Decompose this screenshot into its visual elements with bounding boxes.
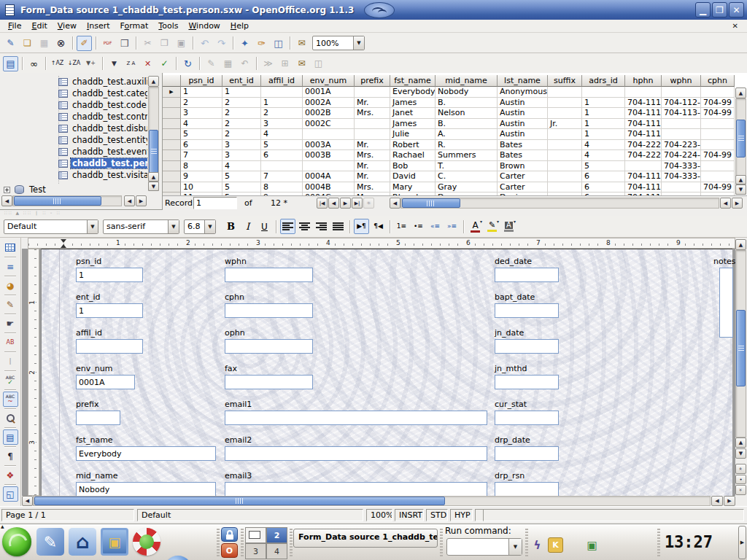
background-color-button[interactable]: A▾ (501, 219, 516, 234)
close-document-icon[interactable]: ✕ (727, 22, 744, 30)
ltr-button[interactable]: ▶¶ (354, 219, 369, 234)
table-cell[interactable] (548, 161, 582, 172)
plug-icon[interactable]: ϟ (530, 537, 545, 553)
taskbar-window-button[interactable]: Form_Data source 1_chaddb_te (293, 529, 438, 548)
menu-window[interactable]: Window (183, 20, 225, 31)
table-cell[interactable] (261, 161, 303, 172)
table-cell[interactable]: James (390, 98, 436, 109)
explorer-toggle-button[interactable]: ▤ (3, 56, 18, 71)
next-record-button[interactable]: ▶ (340, 198, 351, 209)
table-cell[interactable]: Mrs. (355, 150, 390, 161)
row-header[interactable] (163, 129, 181, 140)
fst_name-input[interactable] (76, 446, 216, 461)
draw-functions-button[interactable]: ✎ (3, 297, 18, 312)
menu-help[interactable]: Help (225, 20, 254, 31)
tree-item-chaddb-test-person[interactable]: chaddb_test.person (0, 158, 147, 169)
row-header[interactable] (163, 108, 181, 119)
align-right-button[interactable] (314, 219, 329, 234)
record-hscroll-left-button[interactable]: ◀ (390, 198, 400, 209)
record-number-input[interactable] (193, 197, 237, 209)
table-cell[interactable]: 5 (582, 161, 625, 172)
table-corner-header[interactable] (163, 75, 181, 87)
table-cell[interactable]: 2 (222, 119, 261, 130)
expand-icon[interactable] (4, 187, 10, 193)
table-cell[interactable]: 0002C (303, 119, 355, 130)
table-cell[interactable]: 10 (181, 182, 222, 193)
table-cell[interactable]: 704-333-0 (662, 161, 701, 172)
autotext-button[interactable]: AB (3, 335, 18, 350)
table-cell[interactable] (355, 119, 390, 130)
print-button[interactable]: ❒ (117, 36, 132, 51)
font-color-button[interactable]: A▾ (468, 219, 483, 234)
tree-item-chaddb-test-auxiliary[interactable]: chaddb_test.auxiliary (0, 76, 147, 88)
table-cell[interactable]: Bob (390, 161, 436, 172)
sort-descending-button[interactable]: ↓ZA (66, 56, 82, 71)
insert-table-button[interactable] (3, 240, 18, 255)
table-cell[interactable]: 5 (222, 182, 261, 193)
sort-button[interactable]: Z A (123, 56, 139, 71)
table-cell[interactable]: Everybody (390, 87, 436, 98)
highlight-button[interactable]: ✎▾ (484, 219, 500, 234)
find-replace-button[interactable] (3, 411, 18, 426)
menu-edit[interactable]: Edit (26, 20, 52, 31)
table-cell[interactable] (582, 87, 625, 98)
record-hscroll-left2-button[interactable]: ◀ (720, 198, 731, 209)
stylist-button[interactable]: ✑ (254, 36, 269, 51)
table-cell[interactable]: 1 (582, 119, 625, 130)
record-hscrollbar-thumb[interactable] (402, 198, 460, 208)
table-cell[interactable]: 3 (181, 108, 222, 119)
table-cell[interactable]: Austin (498, 108, 548, 119)
table-cell[interactable]: R. (436, 140, 498, 151)
insert-fields-button[interactable]: ≡ (3, 259, 18, 274)
column-header-suffix[interactable]: suffix (548, 75, 582, 87)
table-cell[interactable] (303, 161, 355, 172)
table-cell[interactable]: Carter (498, 171, 548, 182)
previous-page-button[interactable]: « (735, 464, 746, 474)
suse-menu-button[interactable] (2, 527, 31, 556)
table-cell[interactable]: Bates (498, 140, 548, 151)
table-cell[interactable]: 0002B (303, 108, 355, 119)
table-cell[interactable]: 5 (181, 129, 222, 140)
table-cell[interactable]: 7 (261, 171, 303, 182)
table-cell[interactable]: Janet (390, 108, 436, 119)
table-cell[interactable]: 6 (261, 150, 303, 161)
run-command-input[interactable] (447, 539, 508, 555)
table-cell[interactable]: Nelson (436, 108, 498, 119)
drp_date-input[interactable] (495, 446, 559, 461)
table-cell[interactable]: 704-333-8 (662, 171, 701, 182)
table-cell[interactable] (548, 129, 582, 140)
table-cell[interactable] (701, 119, 735, 130)
table-cell[interactable]: 704-99 (701, 182, 735, 193)
jn_mthd-input[interactable] (495, 375, 559, 389)
psn_id-input[interactable] (76, 268, 143, 282)
zoom-combobox[interactable]: 100% ▼ (312, 36, 365, 50)
table-cell[interactable] (701, 140, 735, 151)
table-scroll-up2-button[interactable]: ▲ (735, 175, 746, 184)
table-cell[interactable]: Austin (498, 98, 548, 109)
table-cell[interactable]: 1 (582, 129, 625, 140)
table-cell[interactable]: 2 (222, 129, 261, 140)
table-cell[interactable]: 704-112-2 (662, 98, 701, 109)
table-cell[interactable] (701, 87, 735, 98)
fax-input[interactable] (225, 375, 313, 389)
tree-item-test[interactable]: Test (0, 184, 47, 195)
tree-hscrollbar-thumb[interactable] (14, 196, 101, 206)
desktop-4[interactable]: 4 (266, 543, 287, 559)
underline-button[interactable]: U (257, 219, 272, 234)
table-cell[interactable]: 9 (181, 171, 222, 182)
row-header[interactable] (163, 161, 181, 172)
table-cell[interactable]: 704-223-4 (662, 140, 701, 151)
table-cell[interactable]: 1 (222, 87, 261, 98)
table-cell[interactable]: Jr. (548, 119, 582, 130)
table-cell[interactable]: 2 (261, 108, 303, 119)
table-cell[interactable] (625, 161, 662, 172)
minimize-button[interactable]: ▁ (695, 2, 711, 18)
table-cell[interactable]: 4 (222, 161, 261, 172)
table-cell[interactable]: 1 (261, 98, 303, 109)
table-cell[interactable]: B. (436, 98, 498, 109)
font-name-combobox[interactable]: sans-serif ▼ (103, 219, 179, 234)
export-pdf-button[interactable]: PDF (100, 36, 115, 51)
applet-handle[interactable] (657, 529, 660, 556)
standard-filter-button[interactable]: ▼ (107, 56, 122, 71)
ophn-input[interactable] (225, 339, 313, 354)
